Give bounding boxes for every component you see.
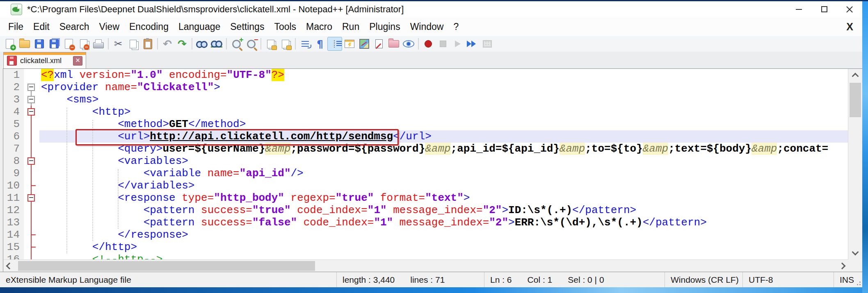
fold-margin[interactable] bbox=[24, 216, 39, 229]
editor-area[interactable]: 1<?xml version="1.0" encoding="UTF-8"?>2… bbox=[3, 69, 862, 272]
line-number[interactable]: 7 bbox=[3, 143, 24, 155]
menu-macro[interactable]: Macro bbox=[301, 21, 337, 32]
menu-tools[interactable]: Tools bbox=[269, 21, 301, 32]
fold-margin[interactable] bbox=[24, 253, 39, 259]
undo-button[interactable] bbox=[160, 37, 175, 51]
scroll-down-icon[interactable] bbox=[852, 249, 859, 256]
fold-margin[interactable] bbox=[24, 81, 39, 93]
code-line[interactable]: 11 <response type="http_body" regexp="tr… bbox=[3, 192, 848, 204]
line-number[interactable]: 10 bbox=[3, 179, 24, 192]
menu-language[interactable]: Language bbox=[174, 21, 225, 32]
menu-run[interactable]: Run bbox=[337, 21, 364, 32]
find-button[interactable] bbox=[194, 37, 209, 51]
save-all-button[interactable] bbox=[47, 37, 62, 51]
macro-run-multiple-button[interactable] bbox=[465, 37, 480, 51]
macro-save-button[interactable] bbox=[480, 37, 495, 51]
line-number[interactable]: 8 bbox=[3, 155, 24, 167]
line-number[interactable]: 14 bbox=[3, 229, 24, 241]
tab-clickatell-xml[interactable]: clickatell.xml ✕ bbox=[3, 52, 86, 69]
code-text[interactable]: <!--http--> bbox=[39, 253, 848, 259]
code-line[interactable]: 2<provider name="Clickatell"> bbox=[3, 81, 848, 93]
code-line[interactable]: 3 <sms> bbox=[3, 93, 848, 106]
code-text[interactable]: </http> bbox=[39, 241, 848, 253]
line-number[interactable]: 9 bbox=[3, 167, 24, 179]
code-text[interactable]: <sms> bbox=[39, 93, 848, 106]
code-text[interactable]: <pattern success="true" code_index="1" m… bbox=[39, 204, 848, 216]
line-number[interactable]: 1 bbox=[3, 69, 24, 81]
fold-margin[interactable] bbox=[24, 179, 39, 192]
code-line[interactable]: 14 </response> bbox=[3, 229, 848, 241]
line-number[interactable]: 16 bbox=[3, 253, 24, 259]
zoom-in-button[interactable] bbox=[229, 37, 244, 51]
code-text[interactable]: <variable name="api_id"/> bbox=[39, 167, 848, 179]
line-number[interactable]: 4 bbox=[3, 106, 24, 118]
code-line[interactable]: 8 <variables> bbox=[3, 155, 848, 167]
fold-margin[interactable] bbox=[24, 106, 39, 118]
horizontal-scrollbar-thumb[interactable] bbox=[18, 261, 315, 271]
replace-button[interactable] bbox=[209, 37, 224, 51]
menu-help[interactable]: ? bbox=[448, 21, 464, 32]
vertical-scrollbar-thumb[interactable] bbox=[850, 83, 861, 117]
code-line[interactable]: 1<?xml version="1.0" encoding="UTF-8"?> bbox=[3, 69, 848, 81]
redo-button[interactable] bbox=[175, 37, 190, 51]
fold-margin[interactable] bbox=[24, 130, 39, 143]
paste-button[interactable] bbox=[140, 37, 155, 51]
maximize-button[interactable] bbox=[811, 1, 837, 17]
fold-margin[interactable] bbox=[24, 143, 39, 155]
menu-file[interactable]: File bbox=[3, 21, 28, 32]
fold-margin[interactable] bbox=[24, 69, 39, 81]
fold-margin[interactable] bbox=[24, 192, 39, 204]
line-number[interactable]: 15 bbox=[3, 241, 24, 253]
show-indent-guide-button[interactable] bbox=[327, 37, 342, 51]
code-text[interactable]: <variables> bbox=[39, 155, 848, 167]
code-text[interactable]: <provider name="Clickatell"> bbox=[39, 81, 848, 93]
code-line[interactable]: 10 </variables> bbox=[3, 179, 848, 192]
function-list-button[interactable] bbox=[342, 37, 357, 51]
code-rows[interactable]: 1<?xml version="1.0" encoding="UTF-8"?>2… bbox=[3, 69, 848, 259]
menu-window[interactable]: Window bbox=[405, 21, 449, 32]
close-all-docs-button[interactable] bbox=[76, 37, 91, 51]
code-text[interactable]: <response type="http_body" regexp="true"… bbox=[39, 192, 848, 204]
vertical-scrollbar[interactable] bbox=[848, 69, 862, 259]
code-text[interactable]: </response> bbox=[39, 229, 848, 241]
code-line[interactable]: 12 <pattern success="true" code_index="1… bbox=[3, 204, 848, 216]
scroll-up-icon[interactable] bbox=[852, 73, 859, 80]
code-line[interactable]: 9 <variable name="api_id"/> bbox=[3, 167, 848, 179]
menu-encoding[interactable]: Encoding bbox=[124, 21, 174, 32]
macro-record-button[interactable] bbox=[421, 37, 436, 51]
menu-view[interactable]: View bbox=[94, 21, 124, 32]
tab-close-icon[interactable]: ✕ bbox=[73, 56, 82, 66]
folder-as-workspace-button[interactable] bbox=[386, 37, 401, 51]
scroll-right-icon[interactable] bbox=[839, 263, 846, 270]
sync-horizontal-button[interactable] bbox=[278, 37, 293, 51]
menu-plugins[interactable]: Plugins bbox=[364, 21, 405, 32]
menu-search[interactable]: Search bbox=[55, 21, 94, 32]
line-number[interactable]: 11 bbox=[3, 192, 24, 204]
save-button[interactable] bbox=[32, 37, 47, 51]
code-line[interactable]: 16 <!--http--> bbox=[3, 253, 848, 259]
scroll-left-icon[interactable] bbox=[6, 263, 13, 270]
line-number[interactable]: 12 bbox=[3, 204, 24, 216]
fold-margin[interactable] bbox=[24, 241, 39, 253]
code-line[interactable]: 13 <pattern success="false" code_index="… bbox=[3, 216, 848, 229]
close-doc-button[interactable] bbox=[62, 37, 76, 51]
sync-vertical-button[interactable] bbox=[263, 37, 278, 51]
cut-button[interactable] bbox=[111, 37, 126, 51]
word-wrap-button[interactable] bbox=[298, 37, 313, 51]
macro-play-button[interactable] bbox=[450, 37, 465, 51]
minimize-button[interactable] bbox=[786, 1, 811, 17]
menu-settings[interactable]: Settings bbox=[225, 21, 269, 32]
code-text[interactable]: </variables> bbox=[39, 179, 848, 192]
doc-switcher-button[interactable] bbox=[372, 37, 386, 51]
print-button[interactable] bbox=[91, 37, 106, 51]
fold-margin[interactable] bbox=[24, 229, 39, 241]
fold-margin[interactable] bbox=[24, 167, 39, 179]
line-number[interactable]: 2 bbox=[3, 81, 24, 93]
menu-close-document-x[interactable]: X bbox=[846, 21, 853, 33]
status-encoding[interactable]: UTF-8 bbox=[742, 272, 834, 287]
status-eol-format[interactable]: Windows (CR LF) bbox=[665, 272, 742, 287]
code-text[interactable]: <method>GET</method> bbox=[39, 118, 848, 130]
code-line[interactable]: 4 <http> bbox=[3, 106, 848, 118]
copy-button[interactable] bbox=[126, 37, 140, 51]
monitoring-button[interactable] bbox=[401, 37, 416, 51]
